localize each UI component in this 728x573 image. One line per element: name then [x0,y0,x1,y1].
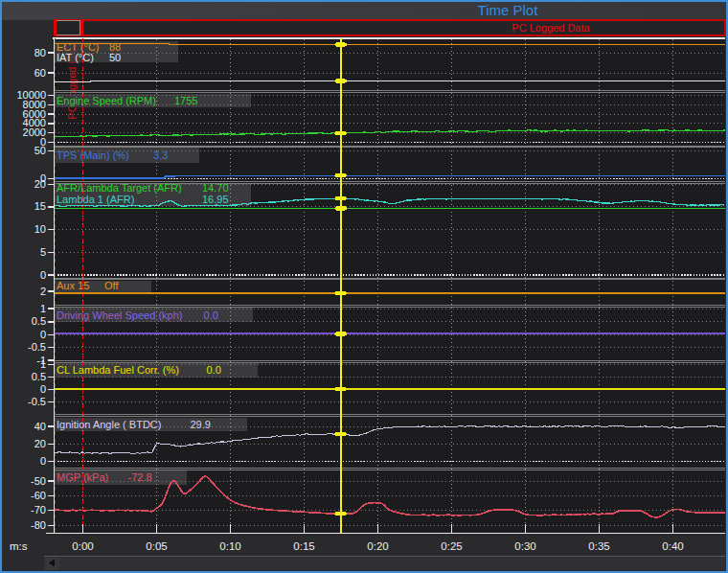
svg-text:CL Lambda Fuel Corr. (%): CL Lambda Fuel Corr. (%) [57,364,179,376]
svg-text:Lambda 1 (AFR): Lambda 1 (AFR) [57,194,134,205]
svg-text:1: 1 [40,303,46,314]
svg-text:-0.5: -0.5 [28,396,46,407]
svg-text:IAT (°C): IAT (°C) [57,52,94,63]
svg-text:TPS (Main) (%): TPS (Main) (%) [57,149,129,161]
svg-text:MGP (kPa): MGP (kPa) [57,471,108,483]
svg-text:80: 80 [34,47,46,58]
svg-text:50: 50 [34,145,46,156]
svg-text:0:40: 0:40 [662,540,683,552]
svg-text:m:s: m:s [10,540,28,552]
svg-text:Off: Off [104,280,119,291]
svg-text:0.5: 0.5 [32,371,46,382]
svg-text:PC Logged Data: PC Logged Data [512,22,590,34]
svg-text:0:15: 0:15 [293,540,314,552]
svg-text:Ignition Angle ( BTDC): Ignition Angle ( BTDC) [57,419,161,430]
svg-text:16.95: 16.95 [202,194,229,205]
svg-text:2: 2 [40,286,46,297]
svg-text:40: 40 [34,421,46,432]
svg-text:Time Plot: Time Plot [478,2,539,18]
svg-text:-0.5: -0.5 [28,341,46,353]
svg-text:0: 0 [40,269,46,281]
svg-text:Driving Wheel Speed (kph): Driving Wheel Speed (kph) [57,309,182,321]
svg-text:0.5: 0.5 [32,315,46,327]
svg-text:-70: -70 [31,504,46,516]
svg-text:20: 20 [34,178,46,190]
svg-text:0: 0 [40,329,46,340]
svg-text:60: 60 [34,67,46,79]
svg-text:0:35: 0:35 [588,540,609,552]
svg-text:3.3: 3.3 [153,149,168,161]
svg-text:Aux 15: Aux 15 [57,280,89,291]
svg-text:15: 15 [34,200,46,212]
svg-text:0:10: 0:10 [219,540,240,552]
svg-text:50: 50 [109,52,121,63]
svg-text:0: 0 [40,455,46,467]
svg-text:0:00: 0:00 [72,540,93,552]
svg-text:1755: 1755 [174,95,197,106]
svg-text:1: 1 [40,358,46,370]
svg-text:0:05: 0:05 [146,540,167,552]
svg-text:14.70: 14.70 [202,182,229,194]
svg-text:0: 0 [40,383,46,395]
svg-text:-50: -50 [31,475,46,487]
svg-text:0.0: 0.0 [204,309,218,321]
svg-text:0:20: 0:20 [367,540,388,552]
svg-text:0:30: 0:30 [514,540,535,552]
svg-text:-72.8: -72.8 [128,471,152,483]
svg-text:0.0: 0.0 [207,364,221,376]
svg-text:-80: -80 [31,519,46,531]
svg-text:5: 5 [40,246,46,258]
svg-text:Engine Speed (RPM): Engine Speed (RPM) [57,95,156,106]
svg-text:AFR/Lambda Target (AFR): AFR/Lambda Target (AFR) [57,182,182,194]
svg-text:0:25: 0:25 [441,540,462,552]
svg-text:29.9: 29.9 [191,419,211,430]
svg-text:10: 10 [34,223,46,235]
svg-text:20: 20 [34,438,46,449]
svg-text:-60: -60 [31,490,46,501]
